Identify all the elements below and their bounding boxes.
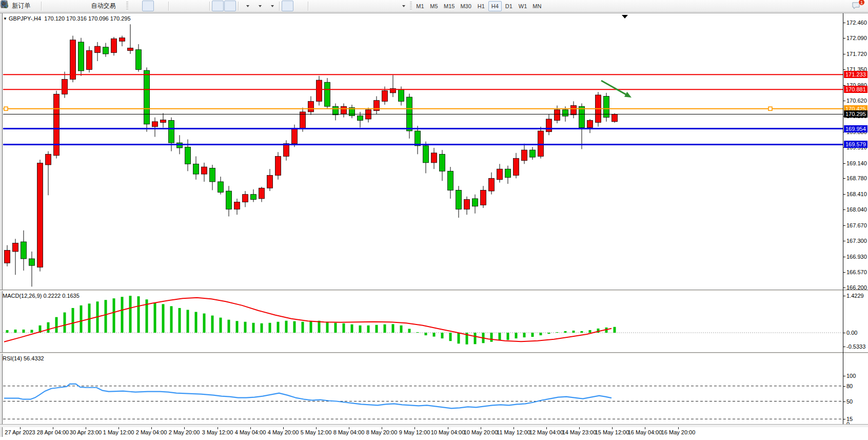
date-tick-label: 15 May 12:00 (595, 429, 629, 435)
signals-button[interactable] (68, 1, 80, 11)
toolbar-grip (126, 2, 128, 11)
timeframe-w1[interactable]: W1 (516, 1, 530, 11)
window-left-edge (0, 13, 3, 437)
timeframe-m5[interactable]: M5 (427, 1, 441, 11)
price-tick (843, 38, 845, 39)
price-tick (843, 209, 845, 210)
macd-panel[interactable] (3, 291, 843, 352)
date-tick-label: 28 Apr 04:00 (37, 429, 69, 435)
rsi-panel[interactable] (3, 354, 843, 427)
rsi-tick-label: 80 (846, 383, 853, 389)
new-order-label: 新订单 (12, 2, 31, 10)
date-axis[interactable]: 27 Apr 202328 Apr 04:0030 Apr 23:001 May… (3, 427, 868, 437)
separator (168, 2, 169, 11)
market-button[interactable] (44, 1, 55, 11)
timeframe-m30[interactable]: M30 (458, 1, 474, 11)
separator (238, 2, 239, 11)
text-label-button[interactable]: T (384, 1, 396, 11)
chat-button[interactable]: 1 (851, 1, 863, 11)
auto-scroll-button[interactable] (212, 1, 224, 11)
price-tick (843, 288, 845, 288)
chart-shift-button[interactable] (224, 1, 236, 11)
price-tick (843, 241, 845, 241)
price-line-label: 169.579 (844, 141, 867, 148)
price-tick-label: 166.570 (846, 269, 867, 275)
timeframe-m15[interactable]: M15 (441, 1, 457, 11)
crosshair-button[interactable] (294, 1, 306, 11)
price-tick-label: 172.460 (846, 20, 867, 26)
main-chart[interactable] (3, 13, 843, 290)
search-button[interactable] (839, 1, 851, 11)
auto-trading-label: 自动交易 (91, 2, 116, 10)
cursor-button[interactable] (282, 1, 293, 11)
tile-windows-button[interactable] (195, 1, 207, 11)
dropdown-caret-icon (402, 5, 405, 7)
rsi-line (4, 384, 611, 409)
price-tick-label: 168.410 (846, 191, 867, 197)
zoom-in-button[interactable] (171, 1, 183, 11)
toolbar-grip (410, 2, 412, 11)
trendline-button[interactable] (335, 1, 347, 11)
macd-histogram (6, 296, 616, 345)
text-button[interactable]: A (372, 1, 384, 11)
date-tick-label: 16 May 20:00 (661, 429, 696, 435)
rsi-tick (843, 386, 845, 387)
date-tick-label: 11 May 12:00 (497, 429, 530, 435)
macd-tick (843, 296, 845, 296)
community-button[interactable] (56, 1, 68, 11)
dropdown-caret-icon (259, 5, 262, 7)
separator (41, 2, 42, 11)
separator (308, 2, 308, 11)
candlestick-chart-button[interactable] (142, 1, 154, 11)
horizontal-line-button[interactable] (323, 1, 334, 11)
timeframe-h4[interactable]: H4 (488, 1, 502, 11)
price-line-label: 170.881 (844, 86, 867, 93)
timeframe-mn[interactable]: MN (530, 1, 544, 11)
ohlc-values: 170.120 170.316 170.096 170.295 (44, 15, 130, 22)
mt4-window: 新订单 自动交易 (0, 0, 868, 440)
date-tick-label: 14 May 23:00 (562, 429, 597, 435)
rsi-tick-label: 100 (846, 373, 856, 379)
chart-shift-marker[interactable] (622, 15, 628, 18)
date-tick-label: 9 May 12:00 (399, 429, 430, 435)
separator (279, 2, 280, 11)
dropdown-caret-icon (271, 5, 274, 7)
channel-button[interactable]: E (347, 1, 359, 11)
vertical-line-button[interactable] (310, 1, 322, 11)
auto-trading-button[interactable]: 自动交易 (81, 1, 125, 11)
price-tick-label: 168.040 (846, 206, 867, 213)
dropdown-caret-icon (246, 5, 249, 7)
price-tick (843, 69, 845, 70)
macd-tick-label: -0.5333 (846, 343, 865, 350)
price-tick (843, 257, 845, 257)
price-tick (843, 194, 845, 195)
price-axis-border (843, 13, 843, 427)
fibonacci-button[interactable]: F (360, 1, 371, 11)
macd-signal-line (4, 298, 611, 342)
date-tick-label: 4 May 04:00 (235, 429, 266, 435)
symbol-period-label: GBPJPY-,H4 (9, 15, 41, 22)
rsi-tick (843, 376, 845, 376)
indicators-button[interactable] (241, 1, 252, 11)
chart-title: ▼ GBPJPY-,H4 170.120 170.316 170.096 170… (3, 15, 131, 22)
timeframe-h1[interactable]: H1 (475, 1, 488, 11)
toolbar: 新订单 自动交易 (0, 0, 868, 12)
chevron-down-icon: ▼ (3, 16, 7, 21)
periods-button[interactable] (253, 1, 265, 11)
date-tick-label: 4 May 20:00 (268, 429, 299, 435)
line-chart-button[interactable] (154, 1, 166, 11)
date-tick-label: 30 Apr 23:00 (70, 429, 102, 435)
arrows-button[interactable] (397, 1, 408, 11)
separator (209, 2, 210, 11)
price-line-label: 170.295 (844, 110, 867, 118)
bar-chart-button[interactable] (130, 1, 142, 11)
zoom-out-button[interactable] (183, 1, 195, 11)
price-tick (843, 23, 845, 23)
macd-label: MACD(12,26,9) 0.2222 0.1635 (3, 293, 80, 299)
timeframe-d1[interactable]: D1 (502, 1, 516, 11)
templates-button[interactable] (265, 1, 277, 11)
notification-badge: 1 (858, 0, 865, 6)
timeframe-m1[interactable]: M1 (413, 1, 427, 11)
window-bottom-edge (0, 424, 868, 427)
date-tick-label: 10 May 04:00 (431, 429, 465, 435)
